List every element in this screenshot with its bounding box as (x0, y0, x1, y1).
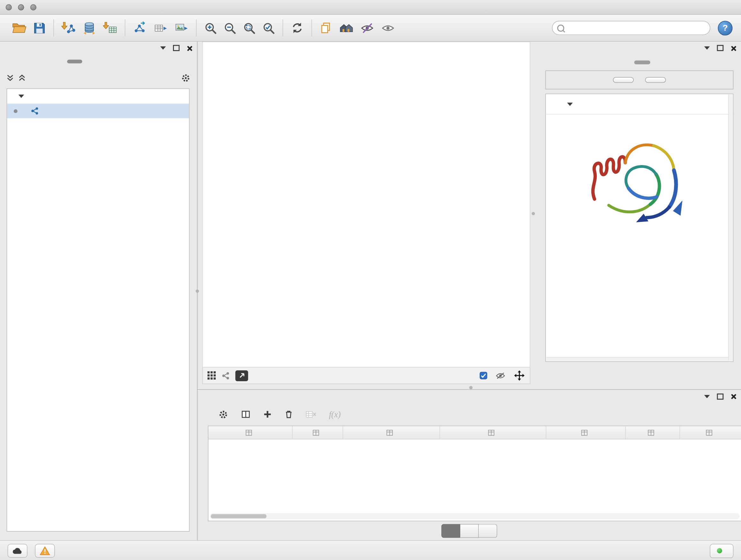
add-column-icon[interactable] (263, 410, 272, 419)
tab-edge-table[interactable] (460, 524, 479, 538)
grid-view-icon[interactable] (207, 371, 216, 380)
gear-icon[interactable] (181, 73, 191, 83)
open-in-new-window-button[interactable] (235, 370, 248, 381)
tab-string[interactable] (634, 61, 650, 64)
column-header[interactable] (680, 426, 741, 439)
window-close-button[interactable] (6, 4, 12, 10)
tab-select[interactable] (99, 60, 114, 64)
column-type-icon (706, 430, 712, 435)
refresh-button[interactable] (287, 20, 307, 36)
duplicate-network-button[interactable] (316, 20, 336, 36)
collapse-panel-icon[interactable] (160, 46, 166, 50)
column-header[interactable] (626, 426, 680, 439)
node-table (208, 426, 741, 521)
scrollbar-thumb[interactable] (211, 514, 266, 518)
cell-database-identifier[interactable] (440, 439, 546, 452)
protein-structure-image (581, 121, 698, 239)
help-button[interactable]: ? (718, 20, 732, 35)
gene-description (546, 114, 733, 119)
cell-description[interactable] (546, 439, 626, 452)
column-header[interactable] (343, 426, 440, 439)
export-image-button[interactable] (171, 20, 192, 36)
expand-all-button[interactable] (613, 77, 634, 83)
window-zoom-button[interactable] (30, 4, 37, 10)
network-glyph-icon[interactable] (222, 372, 230, 380)
table-settings-gear-icon[interactable] (218, 409, 228, 419)
show-columns-icon[interactable] (241, 410, 251, 419)
table-row[interactable] (208, 439, 741, 452)
table-horizontal-scrollbar[interactable] (210, 513, 740, 519)
import-table-file-button[interactable] (99, 20, 120, 36)
hide-selected-button[interactable] (357, 20, 378, 36)
zoom-in-button[interactable] (201, 20, 220, 36)
column-header[interactable] (440, 426, 546, 439)
tab-sets[interactable] (115, 60, 130, 64)
home-button[interactable] (335, 20, 357, 36)
results-buttons-bar (545, 71, 733, 89)
float-panel-icon[interactable] (173, 45, 180, 51)
horizontal-splitter[interactable] (198, 385, 741, 389)
collapse-all-button[interactable] (645, 77, 666, 83)
zoom-selected-button[interactable] (259, 20, 279, 36)
float-panel-icon[interactable] (717, 393, 724, 399)
vertical-splitter-handle[interactable] (532, 212, 535, 215)
results-vertical-scrollbar[interactable] (728, 95, 733, 361)
panel-splitter-handle[interactable] (196, 290, 199, 293)
zoom-out-button[interactable] (220, 20, 240, 36)
save-session-button[interactable] (30, 20, 49, 36)
import-network-database-button[interactable] (79, 20, 99, 36)
cell-name[interactable] (293, 439, 343, 452)
network-row-selected[interactable] (7, 104, 189, 118)
splitter-handle[interactable] (469, 386, 473, 389)
float-panel-icon[interactable] (717, 45, 724, 51)
cell-canonical-name[interactable] (343, 439, 440, 452)
collapse-all-icon[interactable] (7, 74, 14, 82)
tab-node-table[interactable] (441, 524, 460, 538)
results-horizontal-scrollbar[interactable] (546, 357, 728, 361)
crosslink-row (546, 254, 733, 259)
column-header[interactable] (208, 426, 293, 439)
export-network-button[interactable] (130, 20, 150, 36)
selected-checkbox-icon[interactable] (480, 372, 487, 379)
memory-button[interactable] (710, 544, 733, 558)
tab-network-table[interactable] (479, 524, 497, 538)
results-panel-header (543, 42, 741, 54)
close-panel-icon[interactable] (731, 45, 736, 51)
cloud-status-button[interactable] (8, 544, 27, 558)
window-minimize-button[interactable] (18, 4, 24, 10)
column-type-icon (488, 430, 494, 435)
collapse-section-icon[interactable] (567, 103, 573, 106)
gene-card-header[interactable] (546, 94, 733, 115)
cell-namespace[interactable] (680, 439, 741, 452)
close-panel-icon[interactable] (731, 394, 736, 399)
collapse-panel-icon[interactable] (704, 395, 710, 398)
toolbar-separator (283, 19, 283, 37)
cell-id[interactable] (626, 439, 680, 452)
main-area: f(x) (0, 42, 741, 540)
network-canvas[interactable] (202, 42, 530, 368)
expand-all-icon[interactable] (18, 74, 25, 82)
network-collection-row[interactable] (7, 89, 189, 104)
tab-network[interactable] (67, 60, 82, 64)
network-selection-row (0, 69, 197, 87)
delete-column-icon[interactable] (285, 410, 293, 419)
close-panel-icon[interactable] (187, 45, 192, 51)
tree-expand-icon[interactable] (18, 95, 24, 98)
string-network-icon (30, 107, 39, 115)
cell-shared-name[interactable] (208, 439, 293, 452)
import-network-file-button[interactable] (58, 20, 79, 36)
open-session-button[interactable] (9, 20, 30, 36)
show-all-button[interactable] (378, 20, 398, 36)
pan-crosshair-icon[interactable] (514, 370, 525, 381)
table-panel: f(x) (198, 389, 741, 540)
search-input[interactable] (568, 23, 705, 32)
hidden-eye-slash-icon[interactable] (495, 372, 505, 379)
export-table-button[interactable] (150, 20, 171, 36)
tab-style[interactable] (83, 60, 98, 64)
collapse-panel-icon[interactable] (704, 46, 710, 50)
refresh-icon (291, 21, 304, 35)
zoom-fit-button[interactable] (240, 20, 259, 36)
warnings-button[interactable] (35, 544, 55, 558)
column-header[interactable] (293, 426, 343, 439)
column-header[interactable] (546, 426, 626, 439)
